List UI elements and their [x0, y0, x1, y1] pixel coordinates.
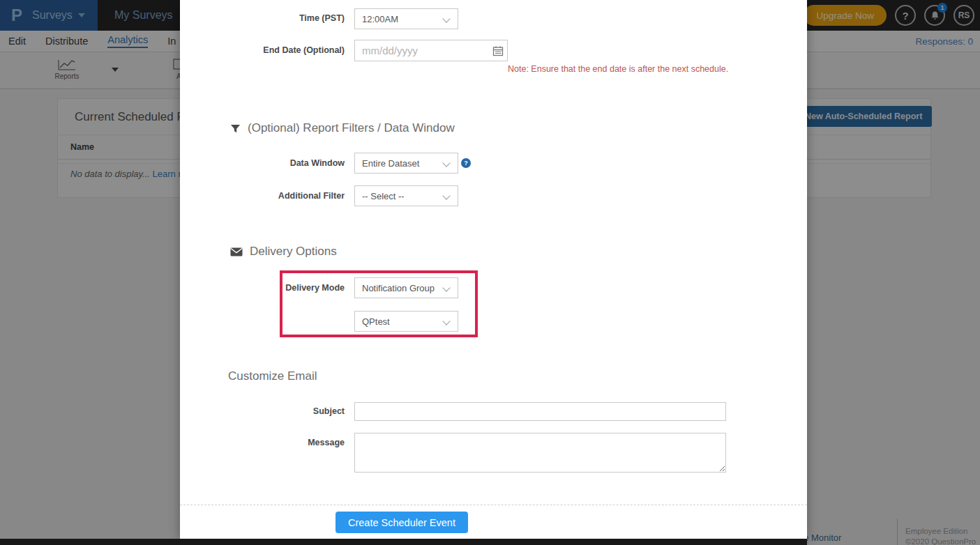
delivery-section-title: Delivery Options [250, 245, 337, 259]
modal-footer-separator [180, 505, 807, 505]
time-select-value: 12:00AM [362, 14, 398, 24]
end-date-label: End Date (Optional) [180, 45, 345, 55]
customize-email-title: Customize Email [228, 369, 317, 383]
create-scheduler-event-button[interactable]: Create Scheduler Event [336, 512, 468, 533]
subject-label: Subject [180, 406, 345, 416]
delivery-section-header: Delivery Options [230, 245, 337, 259]
customize-email-header: Customize Email [228, 369, 317, 383]
envelope-icon [230, 247, 243, 256]
delivery-mode-label: Delivery Mode [180, 283, 345, 293]
chevron-down-icon [442, 317, 450, 325]
bottom-bar [0, 539, 807, 545]
filter-funnel-icon [230, 123, 241, 134]
filters-section-header: (Optional) Report Filters / Data Window [230, 121, 455, 135]
message-label: Message [180, 438, 345, 447]
message-textarea[interactable] [354, 433, 726, 473]
data-window-label: Data Window [180, 158, 345, 168]
chevron-down-icon [442, 15, 450, 22]
subject-input[interactable] [354, 402, 726, 421]
data-window-value: Entire Dataset [362, 158, 419, 169]
screen: P Surveys My Surveys Upgrade Now ? [0, 0, 980, 545]
additional-filter-select[interactable]: -- Select -- [354, 185, 458, 206]
delivery-mode-select[interactable]: Notification Group [354, 277, 458, 298]
additional-filter-value: -- Select -- [362, 191, 405, 201]
end-date-input[interactable] [354, 40, 508, 61]
filters-section-title: (Optional) Report Filters / Data Window [248, 121, 455, 135]
notification-group-value: QPtest [362, 316, 390, 327]
chevron-down-icon [442, 159, 450, 167]
chevron-down-icon [442, 284, 450, 291]
time-label: Time (PST) [180, 13, 345, 23]
time-select[interactable]: 12:00AM [354, 8, 458, 29]
end-date-note: Note: Ensure that the end date is after … [508, 64, 728, 74]
scheduler-event-modal: Time (PST) 12:00AM End Date (Optional) N… [180, 0, 807, 540]
calendar-icon[interactable] [492, 45, 504, 56]
chevron-down-icon [442, 192, 450, 199]
delivery-mode-value: Notification Group [362, 283, 435, 293]
data-window-select[interactable]: Entire Dataset [354, 153, 458, 174]
data-window-info-icon[interactable]: ? [461, 158, 471, 168]
additional-filter-label: Additional Filter [180, 191, 345, 201]
notification-group-select[interactable]: QPtest [354, 311, 458, 332]
